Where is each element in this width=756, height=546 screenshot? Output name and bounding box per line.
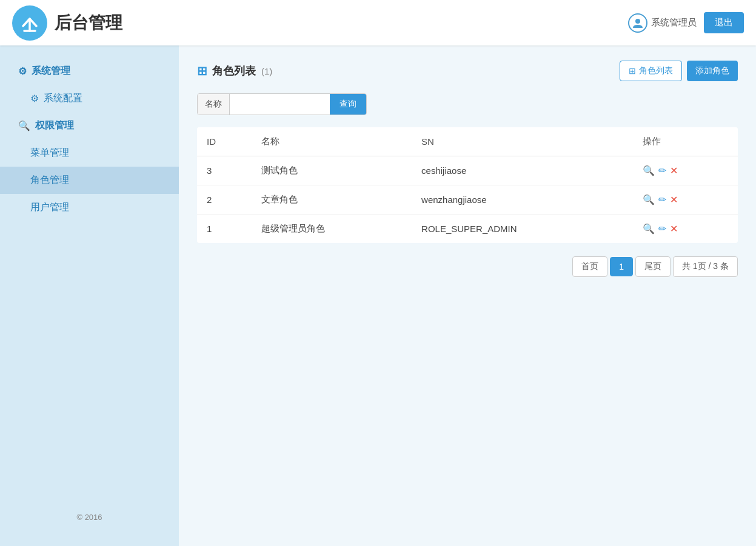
current-page-button[interactable]: 1: [610, 257, 633, 276]
svg-point-3: [635, 19, 640, 24]
user-info: 系统管理员: [628, 13, 697, 33]
cell-sn: ROLE_SUPER_ADMIN: [412, 215, 633, 244]
delete-icon[interactable]: ✕: [670, 223, 678, 235]
page-actions: ⊞ 角色列表 添加角色: [620, 61, 738, 81]
cell-name: 超级管理员角色: [252, 215, 412, 244]
col-name: 名称: [252, 127, 412, 156]
page-title: ⊞ 角色列表 (1): [197, 64, 272, 78]
col-action: 操作: [633, 127, 738, 156]
gear-icon: ⚙: [18, 65, 27, 77]
logout-button[interactable]: 退出: [704, 12, 744, 33]
sidebar-item-system-management[interactable]: ⚙ 系统管理: [0, 58, 179, 85]
cell-name: 测试角色: [252, 156, 412, 185]
table-row: 3 测试角色 ceshijiaose 🔍 ✏ ✕: [197, 156, 738, 185]
cell-sn: ceshijiaose: [412, 156, 633, 185]
col-id: ID: [197, 127, 252, 156]
view-icon[interactable]: 🔍: [643, 194, 655, 205]
edit-icon[interactable]: ✏: [658, 194, 666, 205]
delete-icon[interactable]: ✕: [670, 165, 678, 176]
add-role-button[interactable]: 添加角色: [687, 61, 738, 81]
cell-name: 文章角色: [252, 185, 412, 215]
cell-id: 1: [197, 215, 252, 244]
list-icon: ⊞: [629, 66, 636, 76]
edit-icon[interactable]: ✏: [658, 165, 666, 176]
logo-icon: [12, 5, 47, 41]
logo-area: 后台管理: [12, 5, 122, 41]
role-table: ID 名称 SN 操作 3 测试角色 ceshijiaose 🔍 ✏ ✕ 2 文…: [197, 127, 738, 243]
table-icon: ⊞: [197, 64, 207, 78]
username-label: 系统管理员: [651, 17, 697, 28]
cell-actions: 🔍 ✏ ✕: [633, 215, 738, 244]
pagination: 首页 1 尾页 共 1页 / 3 条: [197, 256, 738, 277]
cell-actions: 🔍 ✏ ✕: [633, 185, 738, 215]
gear-icon-sub: ⚙: [30, 93, 39, 104]
edit-icon[interactable]: ✏: [658, 223, 666, 235]
header: 后台管理 系统管理员 退出: [0, 0, 756, 45]
pagination-info: 共 1页 / 3 条: [673, 256, 738, 277]
col-sn: SN: [412, 127, 633, 156]
sidebar-item-system-config[interactable]: ⚙ 系统配置: [0, 85, 179, 112]
search-button[interactable]: 查询: [330, 94, 366, 115]
role-list-button[interactable]: ⊞ 角色列表: [620, 61, 682, 81]
search-bar: 名称 查询: [197, 93, 367, 115]
page-header: ⊞ 角色列表 (1) ⊞ 角色列表 添加角色: [197, 61, 738, 81]
sidebar-item-menu-management[interactable]: 菜单管理: [0, 139, 179, 167]
cell-actions: 🔍 ✏ ✕: [633, 156, 738, 185]
sidebar-item-permission-management[interactable]: 🔍 权限管理: [0, 112, 179, 139]
cell-id: 3: [197, 156, 252, 185]
main-content: ⊞ 角色列表 (1) ⊞ 角色列表 添加角色 名称 查询: [179, 45, 756, 546]
search-icon: 🔍: [18, 120, 30, 132]
sidebar-footer: © 2016: [0, 501, 179, 534]
view-icon[interactable]: 🔍: [643, 223, 655, 235]
table-header-row: ID 名称 SN 操作: [197, 127, 738, 156]
table-row: 2 文章角色 wenzhangjiaose 🔍 ✏ ✕: [197, 185, 738, 215]
first-page-button[interactable]: 首页: [572, 256, 607, 277]
delete-icon[interactable]: ✕: [670, 194, 678, 205]
page-title-text: 角色列表 (1): [212, 64, 272, 78]
cell-id: 2: [197, 185, 252, 215]
sidebar: ⚙ 系统管理 ⚙ 系统配置 🔍 权限管理 菜单管理 角色管理 用户管理 © 20…: [0, 45, 179, 546]
last-page-button[interactable]: 尾页: [635, 256, 671, 277]
sidebar-item-user-management[interactable]: 用户管理: [0, 194, 179, 221]
header-title: 后台管理: [55, 12, 122, 35]
cell-sn: wenzhangjiaose: [412, 185, 633, 215]
search-label: 名称: [198, 94, 230, 115]
layout: ⚙ 系统管理 ⚙ 系统配置 🔍 权限管理 菜单管理 角色管理 用户管理 © 20…: [0, 45, 756, 546]
header-right: 系统管理员 退出: [628, 12, 744, 33]
view-icon[interactable]: 🔍: [643, 165, 655, 176]
sidebar-item-role-management[interactable]: 角色管理: [0, 167, 179, 194]
search-input[interactable]: [230, 95, 330, 114]
user-avatar-icon: [628, 13, 647, 33]
table-row: 1 超级管理员角色 ROLE_SUPER_ADMIN 🔍 ✏ ✕: [197, 215, 738, 244]
